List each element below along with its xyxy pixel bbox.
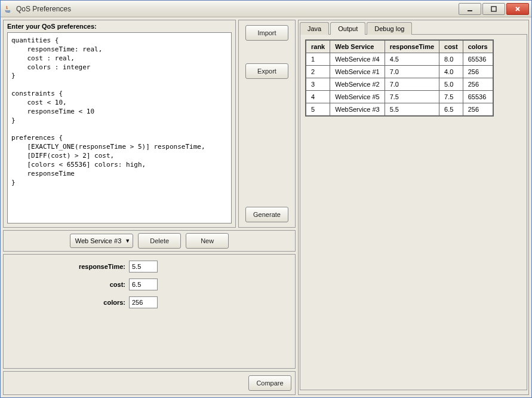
tab-java[interactable]: Java <box>300 22 329 35</box>
table-cell: 2 <box>306 66 330 78</box>
table-cell: 256 <box>463 66 493 78</box>
responsetime-field[interactable] <box>129 261 158 273</box>
table-row: 1WebService #44.58.065536 <box>306 53 493 66</box>
cost-label: cost: <box>10 281 129 288</box>
compare-bar: Compare <box>3 371 296 395</box>
table-row: 5WebService #35.56.5256 <box>306 103 493 117</box>
webservice-form: responseTime: cost: colors: <box>3 254 296 369</box>
header-rank: rank <box>306 40 330 53</box>
responsetime-label: responseTime: <box>10 263 129 270</box>
svg-rect-1 <box>491 7 496 11</box>
table-cell: 256 <box>463 103 493 117</box>
svg-rect-0 <box>468 10 472 11</box>
java-icon <box>3 4 13 14</box>
table-cell: 6.5 <box>439 103 463 117</box>
table-cell: 7.5 <box>439 91 463 103</box>
table-cell: 256 <box>463 78 493 91</box>
table-cell: 7.0 <box>385 66 439 78</box>
export-button[interactable]: Export <box>245 63 288 79</box>
table-cell: WebService #3 <box>330 103 385 117</box>
action-button-column: Import Export Generate <box>238 20 296 228</box>
table-cell: 7.0 <box>385 78 439 91</box>
table-cell: 5.5 <box>385 103 439 117</box>
tab-body-output: rank Web Service responseTime cost color… <box>300 34 527 390</box>
minimize-button[interactable] <box>459 3 481 15</box>
prefs-panel: Enter your QoS preferences: <box>3 20 236 228</box>
prefs-input[interactable] <box>7 32 232 224</box>
table-cell: 4.0 <box>439 66 463 78</box>
table-cell: 65536 <box>463 53 493 66</box>
maximize-button[interactable] <box>482 3 505 15</box>
import-button[interactable]: Import <box>245 25 288 41</box>
table-cell: 3 <box>306 78 330 91</box>
prefs-label: Enter your QoS preferences: <box>4 20 235 32</box>
compare-button[interactable]: Compare <box>248 375 291 391</box>
header-colors: colors <box>463 40 493 53</box>
output-table: rank Web Service responseTime cost color… <box>305 39 494 117</box>
table-cell: 5 <box>306 103 330 117</box>
webservice-select-value: Web Service #3 <box>75 237 121 244</box>
chevron-down-icon: ▼ <box>125 238 130 244</box>
titlebar: QoS Preferences <box>1 1 531 17</box>
tab-debuglog[interactable]: Debug log <box>367 22 412 35</box>
table-cell: 8.0 <box>439 53 463 66</box>
colors-label: colors: <box>10 299 129 306</box>
table-cell: 5.0 <box>439 78 463 91</box>
table-cell: 4.5 <box>385 53 439 66</box>
table-row: 2WebService #17.04.0256 <box>306 66 493 78</box>
new-button[interactable]: New <box>186 233 229 249</box>
table-row: 4WebService #57.57.565536 <box>306 91 493 103</box>
header-webservice: Web Service <box>330 40 385 53</box>
colors-field[interactable] <box>129 296 158 308</box>
header-responsetime: responseTime <box>385 40 439 53</box>
app-window: QoS Preferences Enter your QoS preferenc… <box>0 0 532 398</box>
table-cell: WebService #2 <box>330 78 385 91</box>
webservice-toolbar: Web Service #3 ▼ Delete New <box>3 230 296 252</box>
table-row: 3WebService #27.05.0256 <box>306 78 493 91</box>
table-cell: 1 <box>306 53 330 66</box>
tabs: Java Output Debug log <box>300 22 527 35</box>
table-cell: WebService #5 <box>330 91 385 103</box>
table-cell: 7.5 <box>385 91 439 103</box>
tab-output[interactable]: Output <box>330 22 365 35</box>
close-button[interactable] <box>506 3 529 15</box>
table-cell: 65536 <box>463 91 493 103</box>
webservice-select[interactable]: Web Service #3 ▼ <box>70 234 133 248</box>
generate-button[interactable]: Generate <box>245 207 288 222</box>
table-cell: WebService #4 <box>330 53 385 66</box>
cost-field[interactable] <box>129 278 158 290</box>
table-cell: 4 <box>306 91 330 103</box>
header-cost: cost <box>439 40 463 53</box>
output-panel: Java Output Debug log rank Web Service r… <box>298 20 529 395</box>
delete-button[interactable]: Delete <box>138 233 181 249</box>
table-cell: WebService #1 <box>330 66 385 78</box>
window-title: QoS Preferences <box>16 5 457 13</box>
